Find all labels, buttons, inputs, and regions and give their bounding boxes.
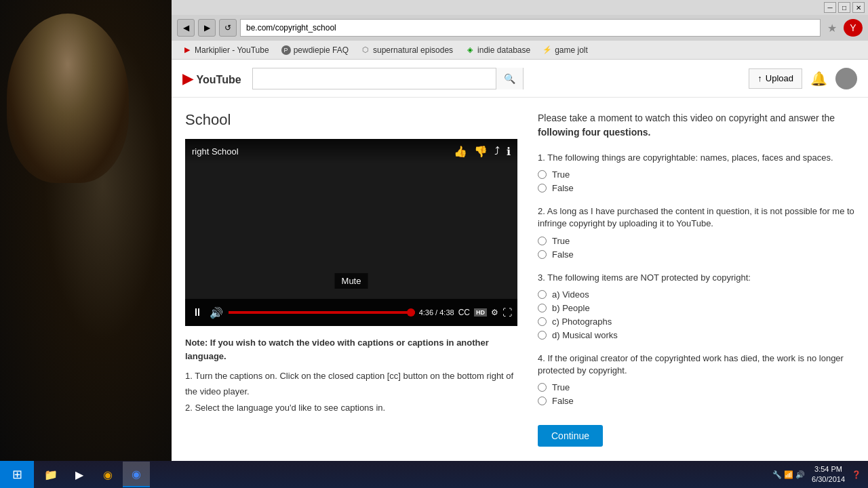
q2-option-false[interactable]: False	[538, 249, 854, 260]
video-top-icons: 👍 👎 ⤴ ℹ	[454, 145, 511, 158]
q2-option-true[interactable]: True	[538, 236, 854, 246]
header-right: ↑ Upload 🔔	[749, 68, 857, 89]
quiz-column: Please take a moment to watch this video…	[538, 111, 854, 447]
bookmark-star-icon[interactable]: ★	[824, 19, 840, 37]
search-button[interactable]: 🔍	[496, 68, 523, 89]
q2-radio-true[interactable]	[538, 237, 547, 245]
volume-button[interactable]: 🔊	[208, 305, 224, 321]
webcam-person	[7, 14, 129, 183]
search-input[interactable]	[253, 68, 496, 89]
dislike-icon[interactable]: 👎	[474, 145, 488, 158]
q3-option-a[interactable]: a) Videos	[538, 289, 854, 300]
browser-window: ─ □ ✕ ◀ ▶ ↺ be.com/copyright_school ★ Y …	[172, 0, 868, 461]
q1-option-true[interactable]: True	[538, 169, 854, 180]
indie-favicon: ◈	[465, 45, 475, 55]
taskbar-media-player[interactable]: ▶	[66, 462, 93, 487]
show-desktop-icon[interactable]: ❓	[852, 470, 861, 479]
question-1: 1. The following things are copyrightabl…	[538, 152, 854, 193]
q3-label-a: a) Videos	[552, 289, 589, 300]
address-text: be.com/copyright_school	[246, 23, 336, 33]
q1-label-true: True	[552, 169, 570, 180]
maximize-button[interactable]: □	[838, 2, 850, 13]
q4-option-true[interactable]: True	[538, 382, 854, 392]
q2-number: 2.	[538, 206, 545, 216]
bookmark-supernatural[interactable]: ⬡ supernatural episodes	[355, 43, 458, 58]
bookmark-indie[interactable]: ◈ indie database	[460, 43, 536, 58]
info-icon[interactable]: ℹ	[507, 145, 511, 158]
q3-radio-b[interactable]	[538, 304, 547, 312]
q2-label-false: False	[552, 249, 574, 260]
question-2-text: 2. As long as I have purchased the conte…	[538, 205, 854, 230]
mute-label: Mute	[335, 273, 368, 289]
youtube-header: ▶ YouTube 🔍 ↑ Upload 🔔	[172, 60, 868, 98]
forward-button[interactable]: ▶	[198, 19, 216, 37]
cc-button[interactable]: CC	[458, 308, 470, 317]
video-controls: ⏸ 🔊 4:36 / 4:38 CC HD ⚙ ⛶	[185, 299, 517, 326]
q3-number: 3.	[538, 272, 545, 283]
youtube-profile-icon[interactable]: Y	[844, 19, 863, 37]
start-button[interactable]: ⊞	[0, 461, 34, 488]
q1-radio-false[interactable]	[538, 184, 547, 192]
q1-number: 1.	[538, 152, 545, 163]
progress-bar[interactable]	[229, 311, 415, 314]
fullscreen-button[interactable]: ⛶	[502, 307, 512, 318]
progress-thumb	[407, 308, 415, 317]
address-bar[interactable]: be.com/copyright_school	[240, 19, 821, 37]
taskbar-file-explorer[interactable]: 📁	[37, 462, 64, 487]
upload-button[interactable]: ↑ Upload	[749, 68, 802, 89]
q3-label-d: d) Musical works	[552, 330, 618, 340]
quiz-intro: Please take a moment to watch this video…	[538, 111, 854, 140]
bookmark-pewdiepie-label: pewdiepie FAQ	[294, 45, 349, 55]
like-icon[interactable]: 👍	[454, 145, 467, 158]
q4-label-true: True	[552, 382, 570, 392]
share-icon[interactable]: ⤴	[494, 145, 500, 158]
q2-radio-false[interactable]	[538, 250, 547, 259]
bookmark-markiplier[interactable]: ▶ Markiplier - YouTube	[177, 43, 275, 58]
system-tray-icons: 🔧 📶 🔊	[772, 470, 805, 479]
question-2: 2. As long as I have purchased the conte…	[538, 205, 854, 259]
upload-icon: ↑	[757, 73, 762, 83]
progress-fill	[229, 311, 415, 314]
q3-radio-c[interactable]	[538, 317, 547, 326]
video-content	[185, 139, 517, 326]
refresh-button[interactable]: ↺	[219, 19, 237, 37]
pewdiepie-favicon: P	[281, 45, 291, 55]
q4-radio-false[interactable]	[538, 396, 547, 405]
notifications-bell-icon[interactable]: 🔔	[810, 70, 827, 87]
search-box: 🔍	[252, 68, 524, 89]
q1-option-false[interactable]: False	[538, 183, 854, 193]
q4-option-false[interactable]: False	[538, 396, 854, 406]
continue-button[interactable]: Continue	[538, 425, 603, 447]
back-button[interactable]: ◀	[177, 19, 195, 37]
clock-date: 6/30/2014	[812, 474, 845, 485]
q3-option-c[interactable]: c) Photographs	[538, 317, 854, 327]
settings-icon[interactable]: ⚙	[491, 308, 498, 317]
bookmarks-bar: ▶ Markiplier - YouTube P pewdiepie FAQ ⬡…	[172, 41, 868, 60]
taskbar-icons: 📁 ▶ ◉ ◉	[34, 462, 153, 487]
q1-label-false: False	[552, 183, 574, 193]
pause-button[interactable]: ⏸	[191, 305, 204, 320]
q4-number: 4.	[538, 353, 545, 363]
user-avatar[interactable]	[835, 68, 857, 89]
q3-radio-a[interactable]	[538, 290, 547, 299]
webcam-image	[0, 0, 172, 461]
question-3-text: 3. The following items are NOT protected…	[538, 272, 854, 284]
q3-option-b[interactable]: b) People	[538, 303, 854, 313]
time-display: 4:36 / 4:38	[419, 308, 454, 317]
note-heading-bold: Note: If you wish to watch the video wit…	[185, 338, 489, 361]
taskbar-chrome[interactable]: ◉	[123, 462, 150, 487]
q3-radio-d[interactable]	[538, 331, 547, 340]
total-time: 4:38	[439, 308, 454, 317]
question-4: 4. If the original creator of the copyri…	[538, 352, 854, 406]
q1-radio-true[interactable]	[538, 170, 547, 179]
bookmark-gamejolt[interactable]: ⚡ game jolt	[537, 43, 593, 58]
q3-option-d[interactable]: d) Musical works	[538, 330, 854, 340]
q4-radio-true[interactable]	[538, 383, 547, 392]
youtube-logo[interactable]: ▶ YouTube	[182, 70, 241, 87]
taskbar-chrome-alt[interactable]: ◉	[94, 462, 121, 487]
note-step1: 1. Turn the captions on. Click on the cl…	[185, 368, 517, 400]
bookmark-pewdiepie[interactable]: P pewdiepie FAQ	[276, 43, 354, 58]
minimize-button[interactable]: ─	[824, 2, 836, 13]
webcam-panel	[0, 0, 172, 461]
close-button[interactable]: ✕	[852, 2, 865, 13]
